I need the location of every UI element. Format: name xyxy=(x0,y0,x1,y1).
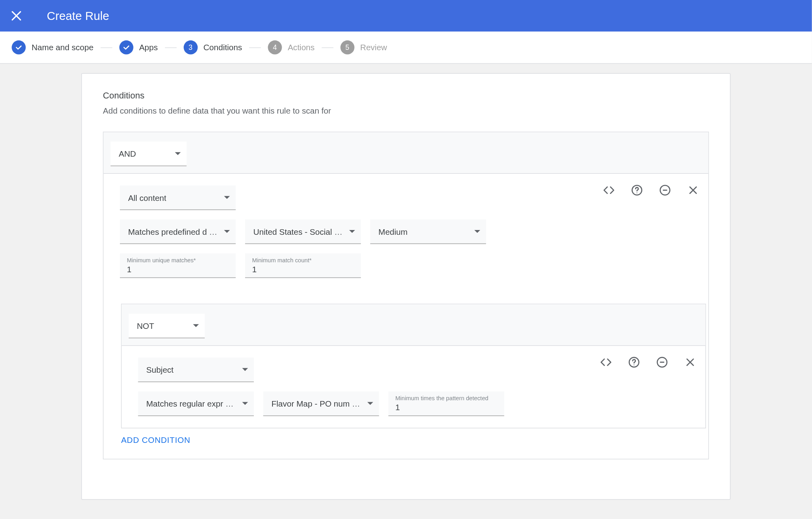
nested-group-wrapper: NOT xyxy=(104,290,708,459)
step-apps[interactable]: Apps xyxy=(119,40,158,54)
scope-select[interactable]: All content xyxy=(120,185,236,210)
chevron-down-icon xyxy=(224,230,230,233)
confidence-select[interactable]: Medium xyxy=(370,220,486,244)
dialog-title: Create Rule xyxy=(47,9,109,23)
step-actions[interactable]: 4 Actions xyxy=(268,40,314,54)
step-conditions[interactable]: 3 Conditions xyxy=(184,40,242,54)
step-separator xyxy=(100,47,112,47)
condition-group-and: AND xyxy=(103,132,709,459)
step-separator xyxy=(165,47,177,47)
pattern-value: Flavor Map - PO num xyxy=(271,399,360,408)
match-type-select[interactable]: Matches regular expr xyxy=(138,391,254,416)
close-icon[interactable] xyxy=(9,9,23,23)
conditions-card: Conditions Add conditions to define data… xyxy=(81,73,730,500)
min-match-count-field[interactable]: Minimum match count* 1 xyxy=(245,254,361,278)
step-number-badge: 5 xyxy=(340,40,354,54)
svg-point-9 xyxy=(634,364,634,365)
classifier-value: United States - Social xyxy=(253,227,343,236)
chevron-down-icon xyxy=(367,402,373,405)
code-icon[interactable] xyxy=(602,183,616,197)
step-label: Review xyxy=(360,43,387,52)
stepper: Name and scope Apps 3 Conditions 4 Actio… xyxy=(0,31,812,64)
chevron-down-icon xyxy=(193,324,199,327)
close-icon[interactable] xyxy=(683,355,697,369)
help-icon[interactable] xyxy=(630,183,644,197)
step-review[interactable]: 5 Review xyxy=(340,40,387,54)
operator-value: NOT xyxy=(137,321,154,330)
step-number-badge: 3 xyxy=(184,40,198,54)
svg-point-3 xyxy=(637,193,637,193)
step-separator xyxy=(322,47,333,47)
page-body: Conditions Add conditions to define data… xyxy=(0,64,812,519)
close-icon[interactable] xyxy=(686,183,700,197)
step-name-and-scope[interactable]: Name and scope xyxy=(12,40,93,54)
field-label: Minimum unique matches* xyxy=(127,257,229,263)
scope-value: Subject xyxy=(146,365,174,374)
remove-circle-icon[interactable] xyxy=(658,183,672,197)
match-type-select[interactable]: Matches predefined d xyxy=(120,220,236,244)
field-label: Minimum match count* xyxy=(252,257,354,263)
operator-select[interactable]: NOT xyxy=(129,314,205,338)
add-condition-button[interactable]: ADD CONDITION xyxy=(121,435,706,444)
confidence-value: Medium xyxy=(379,227,408,236)
step-number-badge: 4 xyxy=(268,40,282,54)
chevron-down-icon xyxy=(175,152,181,155)
operator-select[interactable]: AND xyxy=(110,142,186,166)
step-label: Conditions xyxy=(204,43,242,52)
condition-group-header: AND xyxy=(104,132,708,174)
check-icon xyxy=(119,40,133,54)
section-subtitle: Add conditions to define data that you w… xyxy=(103,106,709,115)
step-label: Name and scope xyxy=(31,43,93,52)
step-label: Apps xyxy=(139,43,158,52)
min-pattern-detected-field[interactable]: Minimum times the pattern detected 1 xyxy=(388,391,504,416)
condition-body: All content Matches predefined d United … xyxy=(104,174,708,290)
scope-select[interactable]: Subject xyxy=(138,358,254,382)
condition-action-icons xyxy=(602,183,700,197)
field-value: 1 xyxy=(127,265,229,274)
condition-group-header: NOT xyxy=(122,304,705,346)
field-value: 1 xyxy=(252,265,354,274)
remove-circle-icon[interactable] xyxy=(655,355,669,369)
match-type-value: Matches predefined d xyxy=(128,227,217,236)
section-title: Conditions xyxy=(103,90,709,100)
step-label: Actions xyxy=(288,43,314,52)
chevron-down-icon xyxy=(349,230,355,233)
condition-group-not: NOT xyxy=(121,304,706,429)
check-icon xyxy=(12,40,25,54)
scope-value: All content xyxy=(128,193,166,202)
min-unique-matches-field[interactable]: Minimum unique matches* 1 xyxy=(120,254,236,278)
chevron-down-icon xyxy=(242,368,248,371)
help-icon[interactable] xyxy=(627,355,641,369)
chevron-down-icon xyxy=(224,196,230,199)
classifier-select[interactable]: United States - Social xyxy=(245,220,361,244)
field-label: Minimum times the pattern detected xyxy=(395,395,497,401)
dialog-header: Create Rule xyxy=(0,0,812,31)
condition-body: Subject Matches regular expr xyxy=(122,346,705,428)
field-value: 1 xyxy=(395,403,497,412)
step-separator xyxy=(249,47,261,47)
condition-action-icons xyxy=(599,355,697,369)
pattern-select[interactable]: Flavor Map - PO num xyxy=(263,391,379,416)
chevron-down-icon xyxy=(242,402,248,405)
chevron-down-icon xyxy=(475,230,481,233)
match-type-value: Matches regular expr xyxy=(146,399,233,408)
operator-value: AND xyxy=(119,149,136,158)
code-icon[interactable] xyxy=(599,355,613,369)
